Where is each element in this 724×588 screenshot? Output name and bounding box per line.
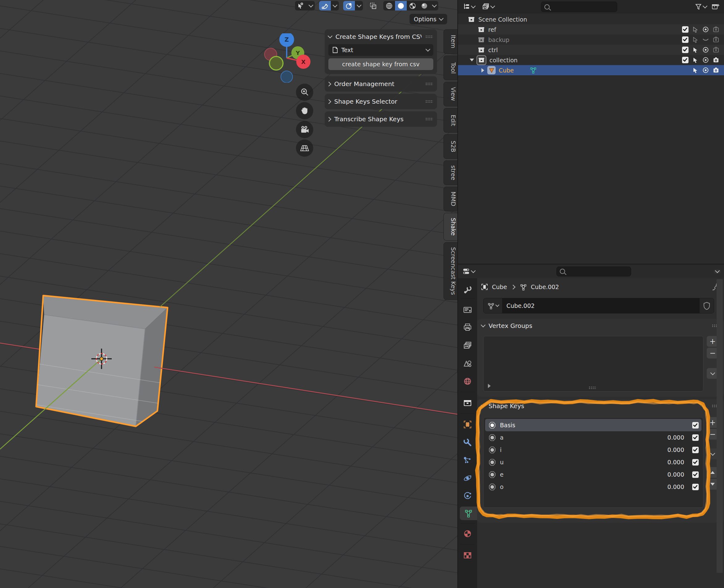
tab-tool[interactable] <box>458 282 477 296</box>
proportional-editing-dropdown[interactable] <box>355 1 363 10</box>
tab-tool[interactable]: Tool <box>443 56 458 80</box>
shading-dropdown[interactable] <box>430 1 438 10</box>
shading-wireframe-icon[interactable] <box>383 1 395 10</box>
render-enabled-icon[interactable] <box>712 57 720 64</box>
new-collection-button[interactable] <box>709 2 722 12</box>
render-disabled-icon[interactable] <box>712 26 720 33</box>
eye-open-icon[interactable] <box>702 46 709 54</box>
shading-solid-icon[interactable] <box>395 1 407 10</box>
shape-key-mute-checkbox[interactable] <box>692 422 699 428</box>
navigation-gizmo[interactable]: Z Y X <box>262 33 311 83</box>
shape-key-mute-checkbox[interactable] <box>692 447 699 453</box>
datablock-name-field[interactable] <box>502 298 700 313</box>
snap-dropdown[interactable] <box>331 1 339 10</box>
tab-view-layer[interactable] <box>458 339 477 352</box>
outliner-row-cube[interactable]: Cube <box>458 65 724 75</box>
snap-toggle-icon[interactable] <box>319 1 331 10</box>
gizmo-neg-z[interactable] <box>281 71 293 83</box>
proportional-editing-icon[interactable] <box>343 1 355 10</box>
gizmo-neg-y[interactable] <box>269 57 283 70</box>
render-disabled-icon[interactable] <box>712 36 720 43</box>
tab-render[interactable] <box>458 303 477 316</box>
outliner-row-scene-collection[interactable]: Scene Collection <box>458 14 724 24</box>
shape-key-row-o[interactable]: o 0.000 <box>485 481 702 493</box>
object-type-visibility-dropdown[interactable] <box>307 1 315 10</box>
properties-scrollbar[interactable] <box>717 279 723 573</box>
fake-user-button[interactable] <box>700 298 714 313</box>
shape-key-mute-checkbox[interactable] <box>692 434 699 441</box>
render-disabled-icon[interactable] <box>712 46 720 54</box>
breadcrumb-object[interactable]: Cube <box>492 284 507 290</box>
selectable-icon[interactable] <box>692 36 699 43</box>
shape-keys-selector-panel-header[interactable]: Shape Keys Selector <box>325 94 437 109</box>
tab-scene[interactable] <box>458 357 477 370</box>
tab-physics[interactable] <box>458 471 477 485</box>
outliner-editor-type-button[interactable] <box>460 2 477 12</box>
panel-grip[interactable] <box>425 82 433 85</box>
shape-key-mute-checkbox[interactable] <box>692 471 699 478</box>
vertex-groups-list[interactable] <box>483 336 703 392</box>
create-shape-keys-panel-header[interactable]: Create Shape Keys from CSV <box>325 29 437 44</box>
disclosure-open-icon[interactable] <box>470 59 474 61</box>
transcribe-shape-keys-panel-header[interactable]: Transcribe Shape Keys <box>325 111 437 127</box>
panel-grip[interactable] <box>425 100 433 103</box>
outliner-row-ref[interactable]: ref <box>458 24 724 35</box>
shape-key-mute-checkbox[interactable] <box>692 459 699 465</box>
eye-open-icon[interactable] <box>702 26 709 33</box>
order-management-panel-header[interactable]: Order Management <box>325 76 437 92</box>
outliner-row-ctrl[interactable]: ctrl <box>458 45 724 55</box>
zoom-button[interactable] <box>296 84 313 101</box>
tab-screencast-keys[interactable]: Screencast Keys <box>443 242 458 300</box>
tab-modifiers[interactable] <box>458 436 477 449</box>
tab-mmd[interactable]: MMD <box>443 187 458 211</box>
list-resize-grip[interactable] <box>588 386 597 389</box>
outliner-search-field[interactable] <box>541 2 617 12</box>
tab-texture[interactable] <box>458 548 477 562</box>
camera-view-button[interactable] <box>296 121 313 138</box>
outliner-display-mode-button[interactable] <box>480 2 496 12</box>
create-shape-key-button[interactable]: create shape key from csv <box>328 58 433 70</box>
properties-search-field[interactable] <box>556 267 631 276</box>
tab-item[interactable]: Item <box>443 29 458 54</box>
exclude-checkbox[interactable] <box>682 57 688 63</box>
viewport-3d[interactable]: Options Create Shape Keys from CSV Text … <box>0 0 458 588</box>
vertex-groups-header[interactable]: Vertex Groups <box>477 319 724 333</box>
render-enabled-icon[interactable] <box>712 67 720 74</box>
exclude-checkbox[interactable] <box>682 47 688 53</box>
exclude-checkbox[interactable] <box>682 36 688 43</box>
shape-key-row-a[interactable]: a 0.000 <box>485 431 702 444</box>
tab-particles[interactable] <box>458 454 477 467</box>
tab-world[interactable] <box>458 375 477 388</box>
tab-collection[interactable] <box>458 396 477 410</box>
shape-keys-list[interactable]: Basis a 0.000 i 0.000 <box>483 417 703 508</box>
shape-key-row-u[interactable]: u 0.000 <box>485 456 702 468</box>
shading-material-icon[interactable] <box>407 1 418 10</box>
mesh-data-icon[interactable] <box>519 283 527 291</box>
outliner-row-backup[interactable]: backup <box>458 35 724 45</box>
eye-open-icon[interactable] <box>702 57 709 64</box>
selectable-icon[interactable] <box>692 26 699 33</box>
object-type-visibility-icon[interactable] <box>295 1 307 10</box>
grid-toggle-button[interactable] <box>296 140 313 157</box>
text-source-dropdown[interactable]: Text <box>328 44 433 56</box>
shape-key-row-basis[interactable]: Basis <box>485 419 702 431</box>
options-button[interactable]: Options <box>410 14 447 24</box>
tab-object[interactable] <box>458 418 477 431</box>
shading-rendered-icon[interactable] <box>418 1 430 10</box>
object-icon[interactable] <box>481 283 488 291</box>
outliner-row-collection[interactable]: collection <box>458 55 724 65</box>
selectable-icon[interactable] <box>692 67 699 74</box>
tab-shake[interactable]: Shake <box>443 213 458 240</box>
shape-keys-header[interactable]: Shape Keys <box>477 399 724 413</box>
selectable-icon[interactable] <box>692 57 699 64</box>
properties-editor-type-button[interactable] <box>460 266 477 277</box>
outliner-filter-button[interactable] <box>693 2 708 12</box>
eye-open-icon[interactable] <box>702 67 709 74</box>
tab-edit[interactable]: Edit <box>443 108 458 133</box>
properties-options-dropdown[interactable] <box>714 269 721 274</box>
shape-key-mute-checkbox[interactable] <box>692 484 699 490</box>
tab-material[interactable] <box>458 527 477 541</box>
eye-closed-icon[interactable] <box>702 36 709 43</box>
tab-object-data[interactable] <box>460 507 477 520</box>
disclosure-closed-icon[interactable] <box>481 68 484 72</box>
